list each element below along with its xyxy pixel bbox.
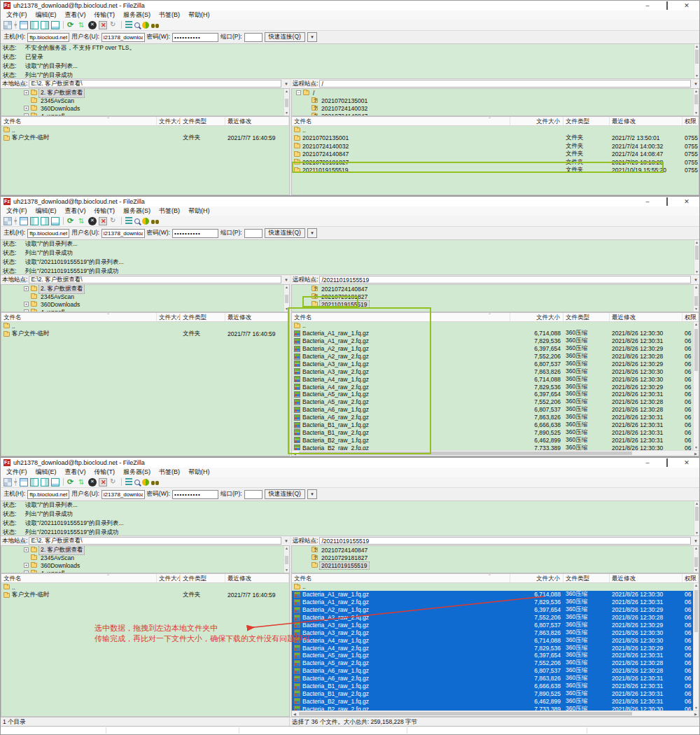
tree-expander-icon[interactable] (24, 286, 29, 291)
site-manager-icon[interactable] (4, 21, 12, 29)
file-row[interactable]: Bacteria_A1_raw_2.fq.gz 7,829,536 360压缩 … (292, 337, 699, 345)
cancel-operation-icon[interactable] (88, 478, 97, 486)
column-header[interactable]: 最近修改 (610, 313, 682, 321)
local-tree-item[interactable]: 360Downloads (1, 104, 289, 112)
port-input[interactable] (244, 490, 262, 499)
port-input[interactable] (244, 229, 262, 238)
file-row[interactable]: Bacteria_A5_raw_2.fq.gz 7,552,206 360压缩 … (292, 398, 699, 406)
compare-directories-icon[interactable] (134, 479, 140, 485)
column-header[interactable]: 文件大小 (510, 117, 564, 125)
toggle-local-tree-icon[interactable] (30, 478, 38, 486)
host-input[interactable] (27, 229, 69, 238)
tree-expander-icon[interactable] (24, 547, 29, 552)
disconnect-icon[interactable] (99, 21, 107, 29)
local-tree-item[interactable]: 2. 客户数据查看 (1, 285, 289, 293)
toggle-transfer-queue-icon[interactable] (51, 478, 59, 486)
column-header[interactable]: 最近修改 (225, 117, 289, 125)
scroll-down-icon[interactable]: ▼ (694, 445, 699, 450)
column-header[interactable]: 文件类型 (181, 117, 225, 125)
local-path-input[interactable]: E:\2. 客户数据查看\ (29, 276, 281, 284)
scroll-up-icon[interactable]: ▲ (694, 44, 699, 49)
remote-tree-item[interactable]: 20211019155519 (292, 561, 699, 569)
file-row[interactable]: Bacteria_A1_raw_1.fq.gz 6,714,088 360压缩 … (292, 591, 699, 598)
menu-item[interactable]: 查看(V) (61, 206, 90, 216)
menu-item[interactable]: 文件(F) (2, 206, 31, 216)
file-row[interactable]: 客户文件-临时 文件夹 2021/7/7 16:40:59 (1, 134, 289, 143)
file-row[interactable]: 20211019155519 文件夹 2021/10/19 15:55:20 0… (292, 167, 699, 175)
file-row[interactable]: 客户文件-临时 文件夹 2021/7/7 16:40:59 (1, 330, 289, 339)
refresh-icon[interactable] (67, 217, 76, 225)
remote-tree-item[interactable]: 20211019155519 (292, 300, 699, 308)
local-tree-item[interactable]: 4. wapofl (1, 569, 289, 573)
remote-tree-item[interactable]: 20210729181827 (292, 554, 699, 561)
local-tree-item[interactable]: 360Downloads (1, 300, 289, 308)
quickconnect-dropdown-icon[interactable]: ▼ (307, 489, 317, 499)
reconnect-icon[interactable] (109, 217, 118, 225)
column-header[interactable]: 文件类型 (181, 574, 225, 582)
menu-item[interactable]: 传输(T) (90, 206, 120, 216)
column-header[interactable]: 最近修改 (610, 117, 682, 125)
reconnect-icon[interactable] (109, 478, 118, 486)
tree-expander-icon[interactable] (24, 90, 29, 95)
scroll-down-icon[interactable]: ▼ (694, 568, 699, 573)
password-input[interactable] (172, 33, 218, 42)
remote-horizontal-scrollbar[interactable]: ◀▶ (292, 450, 699, 456)
username-input[interactable] (102, 229, 145, 238)
toggle-remote-tree-icon[interactable] (41, 21, 49, 29)
file-row[interactable]: Bacteria_A4_raw_1.fq.gz 6,714,088 360压缩 … (292, 636, 699, 644)
local-path-input[interactable]: E:\2. 客户数据查看\ (29, 537, 281, 545)
process-queue-icon[interactable] (78, 21, 86, 29)
port-input[interactable] (244, 33, 262, 42)
compare-directories-icon[interactable] (134, 22, 140, 28)
local-tree-item[interactable]: 2. 客户数据查看 (1, 89, 289, 97)
local-tree-item[interactable]: 2345AvScan (1, 293, 289, 300)
tree-expander-icon[interactable] (296, 90, 301, 95)
column-header[interactable]: 文件大小 (157, 117, 181, 125)
restore-button[interactable] (657, 197, 677, 206)
restore-button[interactable] (657, 1, 677, 10)
close-button[interactable]: ✕ (677, 458, 696, 468)
file-row[interactable]: 20210724140032 文件夹 2021/7/24 14:00:32 07… (292, 142, 699, 150)
file-row[interactable]: Bacteria_A3_raw_1.fq.gz 6,807,537 360压缩 … (292, 360, 699, 368)
remote-tree-item[interactable]: / (292, 89, 699, 97)
toolbar-separator[interactable] (121, 478, 122, 486)
process-queue-icon[interactable] (78, 217, 86, 225)
scroll-left-icon[interactable]: ◀ (292, 711, 298, 717)
site-manager-icon[interactable] (4, 217, 12, 225)
column-header[interactable]: 文件类型 (564, 117, 610, 125)
file-row[interactable]: Bacteria_B2_raw_2.fq.gz 7,733,389 360压缩 … (292, 444, 699, 450)
scroll-down-icon[interactable]: ▼ (284, 568, 289, 573)
remote-tree-item[interactable]: 20210724140847 (292, 112, 699, 116)
remote-tree-scrollbar[interactable]: ▲▼ (693, 89, 699, 115)
column-header[interactable]: 最近修改 (225, 574, 289, 582)
reconnect-icon[interactable] (109, 21, 118, 29)
column-header[interactable]: 文件类型 (564, 313, 610, 321)
file-row[interactable]: .. (1, 322, 289, 330)
username-input[interactable] (102, 490, 145, 499)
scroll-down-icon[interactable]: ▼ (694, 531, 699, 536)
local-tree-item[interactable]: 2345AvScan (1, 97, 289, 104)
local-tree-item[interactable]: 360Downloads (1, 561, 289, 569)
file-row[interactable]: 20210724140847 文件夹 2021/7/24 14:08:47 07… (292, 150, 699, 159)
restore-button[interactable] (657, 458, 677, 468)
menu-item[interactable]: 服务器(S) (119, 468, 155, 477)
tree-expander-icon[interactable] (24, 563, 29, 568)
disconnect-icon[interactable] (99, 478, 107, 486)
toolbar-separator[interactable] (15, 478, 16, 486)
file-row[interactable]: Bacteria_A2_raw_1.fq.gz 6,397,654 360压缩 … (292, 606, 699, 614)
remote-tree-scrollbar[interactable]: ▲▼ (693, 546, 699, 573)
column-header[interactable]: 文件名 (1, 117, 157, 125)
file-row[interactable]: .. (1, 126, 289, 134)
file-row[interactable]: Bacteria_A6_raw_1.fq.gz 6,807,537 360压缩 … (292, 667, 699, 675)
close-button[interactable]: ✕ (677, 1, 696, 10)
host-input[interactable] (27, 33, 69, 42)
tree-expander-icon[interactable] (24, 113, 29, 116)
file-row[interactable]: Bacteria_A3_raw_2.fq.gz 7,863,826 360压缩 … (292, 368, 699, 375)
remote-tree-item[interactable]: 20210724140032 (292, 104, 699, 112)
remote-list-scrollbar[interactable]: ▲▼ (693, 583, 699, 710)
menu-item[interactable]: 服务器(S) (119, 10, 155, 20)
tree-expander-icon[interactable] (24, 106, 29, 111)
column-header[interactable]: 权限 (682, 117, 699, 125)
password-input[interactable] (172, 229, 218, 238)
toolbar-separator[interactable] (121, 21, 122, 29)
